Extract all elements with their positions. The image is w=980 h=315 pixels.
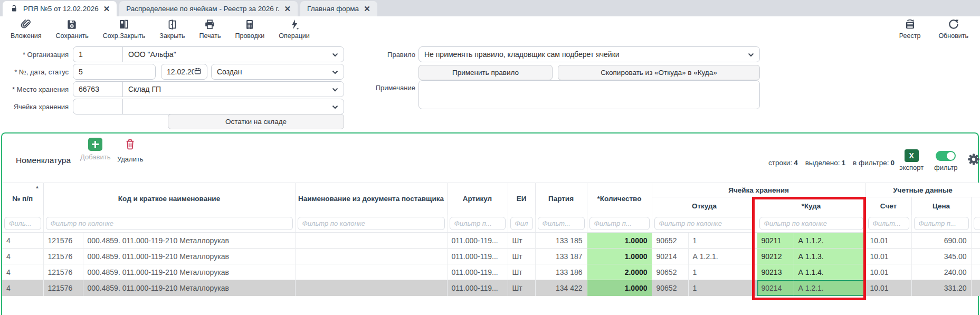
filter-toggle[interactable]: фильтр [934,151,957,171]
registry-button[interactable]: Реестр [899,18,921,40]
filter-input-from[interactable] [654,217,755,230]
chevron-down-icon[interactable] [332,102,338,111]
tab-registry[interactable]: Распределение по ячейкам - Реестр за 202… [119,1,298,16]
filter-input-extra[interactable] [974,217,980,230]
status-select[interactable]: Создан [211,64,344,80]
trash-icon [123,138,137,153]
door-icon [166,18,178,31]
registry-icon [903,18,917,31]
column-header-npp[interactable]: ▲№ п/п [2,183,43,215]
operations-button[interactable]: Операции [279,18,309,40]
apply-rule-button[interactable]: Применить правило [418,65,553,80]
tab-close-icon[interactable]: ✕ [103,5,110,13]
tab-close-icon[interactable]: ✕ [364,5,370,13]
column-header-article[interactable]: Артикул [447,183,508,215]
tab-bar: РПЯ №5 от 12.02.2026 ✕ Распределение по … [0,0,980,16]
printer-icon [204,18,216,31]
tab-close-icon[interactable]: ✕ [284,5,291,13]
filter-input-code-name[interactable] [46,217,293,230]
toggle-on-icon [936,151,956,161]
filter-input-article[interactable] [450,217,506,230]
tab-title: РПЯ №5 от 12.02.2026 [23,5,99,13]
lock-open-icon [9,4,18,13]
filter-input-npp[interactable] [4,217,41,230]
column-header-account[interactable]: Счет [865,197,911,215]
chevron-down-icon[interactable] [748,50,754,59]
delete-row-button[interactable]: Удалить [117,138,144,163]
table-row-selected[interactable]: 4121576000.4859. 011.000-119-210 Металло… [2,280,980,296]
save-close-icon [118,18,130,31]
gear-icon[interactable] [967,152,980,168]
save-close-button[interactable]: Сохр.Закрыть [103,18,146,40]
lightning-icon [289,18,300,31]
date-field[interactable]: 12.02.2026 [161,64,207,80]
rule-label: Правило [338,51,415,59]
nomenclature-table: ▲№ п/п Код и краткое наименование Наимен… [2,183,980,296]
group-header-storage-cell: Ячейка хранения [652,183,865,197]
storage-cell-label: Ячейка хранения [0,103,69,111]
storage-cell-code[interactable] [73,99,123,114]
tab-document[interactable]: РПЯ №5 от 12.02.2026 ✕ [3,1,117,16]
column-header-from[interactable]: Откуда [652,197,757,215]
calendar-icon[interactable] [194,67,202,77]
column-header-extra [971,197,980,215]
table-row[interactable]: 4121576000.4859. 011.000-119-210 Металло… [2,249,980,264]
print-button[interactable]: Печать [199,18,221,40]
storage-place-code[interactable]: 66763 [73,82,123,97]
org-label: * Организация [0,51,69,59]
save-icon [66,18,78,31]
filter-input-price[interactable] [914,217,969,230]
column-header-supplier-name[interactable]: Наименование из документа поставщика [295,183,447,215]
org-code[interactable]: 1 [73,47,123,62]
filter-input-account[interactable] [868,217,909,230]
filter-input-batch[interactable] [538,217,585,230]
attachments-button[interactable]: Вложения [11,18,42,40]
column-header-qty[interactable]: *Количество [587,183,652,215]
column-header-code-name[interactable]: Код и краткое наименование [43,183,295,215]
note-label: Примечание [338,84,415,92]
storage-place-name[interactable]: Склад ГП [123,85,332,93]
close-button[interactable]: Закрыть [159,18,185,40]
number-field[interactable]: 5 [73,64,156,80]
note-textarea[interactable] [418,80,760,109]
sort-asc-icon: ▲ [35,185,40,189]
filter-input-ei[interactable] [510,217,533,230]
column-header-price[interactable]: Цена [911,197,971,215]
calculator-icon [244,18,255,31]
refresh-icon [947,18,960,31]
storage-cell-combo[interactable] [73,99,344,114]
postings-button[interactable]: Проводки [235,18,264,40]
org-combo[interactable]: 1 ООО "Альфа" [73,46,344,62]
tab-main-form[interactable]: Главная форма ✕ [300,1,377,16]
paperclip-icon [20,18,32,31]
toolbar: Вложения Сохранить Сохр.Закрыть Закрыть … [0,16,980,45]
rows-count: строки:4 [768,159,798,167]
selected-count: выделено:1 [805,159,845,167]
column-header-to[interactable]: *Куда [757,197,865,215]
storage-place-combo[interactable]: 66763 Склад ГП [73,81,344,97]
column-header-ei[interactable]: ЕИ [508,183,535,215]
table-row[interactable]: 4121576000.4859. 011.000-119-210 Металло… [2,233,980,249]
refresh-button[interactable]: Обновить [938,18,968,40]
save-button[interactable]: Сохранить [56,18,89,40]
tab-title: Распределение по ячейкам - Реестр за 202… [126,5,279,13]
copy-from-to-button[interactable]: Скопировать из «Откуда» в «Куда» [558,65,760,80]
filter-input-qty[interactable] [589,217,650,230]
excel-export-button[interactable]: X экспорт [899,149,924,171]
storage-place-label: * Место хранения [0,85,69,93]
org-name[interactable]: ООО "Альфа" [123,50,332,59]
number-date-status-label: * №, дата, статус [0,68,69,76]
add-row-button[interactable]: Добавить [80,138,110,161]
plus-icon [88,138,102,151]
stock-balance-button[interactable]: Остатки на складе [168,114,344,129]
filter-input-supplier[interactable] [298,217,445,230]
column-header-batch[interactable]: Партия [535,183,587,215]
panel-title: Номенклатура [16,156,71,165]
rule-select[interactable]: Не применять правило, кладовщик сам подб… [418,46,760,62]
filtered-count: в фильтре:0 [853,159,895,167]
nomenclature-panel: Номенклатура Добавить Удалить строки:4 в… [1,132,979,315]
grid-stats: строки:4 выделено:1 в фильтре:0 [768,159,895,167]
chevron-down-icon[interactable] [332,68,338,76]
filter-input-to[interactable] [759,217,863,230]
table-row[interactable]: 4121576000.4859. 011.000-119-210 Металло… [2,264,980,280]
